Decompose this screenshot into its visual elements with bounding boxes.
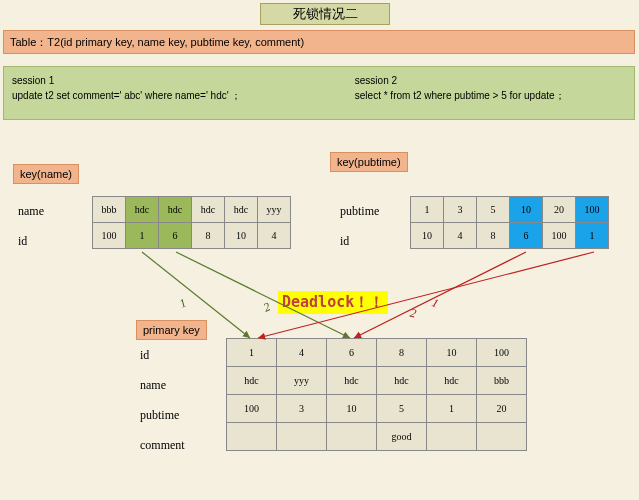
cell [427,423,477,451]
cell: 1 [126,223,159,249]
cell [227,423,277,451]
cell: 8 [377,339,427,367]
cell: 1 [576,223,609,249]
cell: hdc [377,367,427,395]
cell [277,423,327,451]
cell: 10 [411,223,444,249]
key-name-label: key(name) [13,164,79,184]
cell: 10 [327,395,377,423]
cell: 4 [258,223,291,249]
table-row: bbb hdc hdc hdc hdc yyy [93,197,291,223]
cell: 5 [477,197,510,223]
primary-key-table: 1 4 6 8 10 100 hdc yyy hdc hdc hdc bbb 1… [226,338,527,451]
pk-row-pubtime: pubtime [140,408,179,423]
cell: 20 [477,395,527,423]
red-arrow-num-2: 2 [408,305,417,321]
cell: 100 [93,223,126,249]
cell: 6 [159,223,192,249]
title-banner: 死锁情况二 [260,3,390,25]
table-row: 10 4 8 6 100 1 [411,223,609,249]
key-pubtime-table: 1 3 5 10 20 100 10 4 8 6 100 1 [410,196,609,249]
session-2-sql: select * from t2 where pubtime > 5 for u… [355,88,625,103]
table-row: 1 3 5 10 20 100 [411,197,609,223]
cell: 1 [427,395,477,423]
session-1-name: session 1 [12,73,352,88]
key-pubtime-row1-label: pubtime [340,204,379,219]
green-arrow-num-1: 1 [177,295,189,311]
cell: hdc [427,367,477,395]
cell: bbb [93,197,126,223]
green-arrow-num-2: 2 [261,299,273,315]
cell: 20 [543,197,576,223]
table-row: good [227,423,527,451]
deadlock-banner: Deadlock！！ [278,291,388,314]
cell: 6 [327,339,377,367]
cell: 1 [411,197,444,223]
cell: 5 [377,395,427,423]
table-row: 100 3 10 5 1 20 [227,395,527,423]
cell: bbb [477,367,527,395]
table-row: hdc yyy hdc hdc hdc bbb [227,367,527,395]
cell: 100 [543,223,576,249]
cell: 100 [576,197,609,223]
session-1-sql: update t2 set comment=' abc' where name=… [12,88,352,103]
cell: 4 [277,339,327,367]
cell: 10 [510,197,543,223]
sessions-panel: session 1 update t2 set comment=' abc' w… [3,66,635,120]
table-row: 1 4 6 8 10 100 [227,339,527,367]
cell: 100 [477,339,527,367]
key-name-row1-label: name [18,204,44,219]
key-name-table: bbb hdc hdc hdc hdc yyy 100 1 6 8 10 4 [92,196,291,249]
cell: 8 [192,223,225,249]
cell: 3 [277,395,327,423]
cell: 10 [427,339,477,367]
cell: 8 [477,223,510,249]
cell: 4 [444,223,477,249]
pk-row-name: name [140,378,166,393]
pk-row-id: id [140,348,149,363]
cell: hdc [227,367,277,395]
cell: yyy [277,367,327,395]
key-pubtime-label: key(pubtime) [330,152,408,172]
cell: 3 [444,197,477,223]
cell [477,423,527,451]
session-1: session 1 update t2 set comment=' abc' w… [12,73,352,103]
red-arrow-num-1: 1 [429,295,440,311]
cell: hdc [225,197,258,223]
cell: 1 [227,339,277,367]
pk-row-comment: comment [140,438,185,453]
primary-key-label: primary key [136,320,207,340]
session-2: session 2 select * from t2 where pubtime… [355,73,625,103]
cell: 10 [225,223,258,249]
cell: hdc [159,197,192,223]
cell: 100 [227,395,277,423]
cell: hdc [126,197,159,223]
key-name-row2-label: id [18,234,27,249]
cell: yyy [258,197,291,223]
cell: good [377,423,427,451]
table-definition: Table：T2(id primary key, name key, pubti… [3,30,635,54]
table-row: 100 1 6 8 10 4 [93,223,291,249]
cell: hdc [327,367,377,395]
cell: hdc [192,197,225,223]
cell: 6 [510,223,543,249]
cell [327,423,377,451]
key-pubtime-row2-label: id [340,234,349,249]
session-2-name: session 2 [355,73,625,88]
